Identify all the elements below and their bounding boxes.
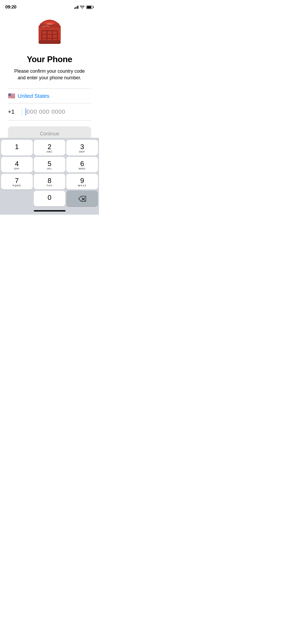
home-indicator (1, 208, 98, 214)
page-subtitle: Please confirm your country codeand ente… (14, 68, 85, 81)
country-name: United States (18, 93, 49, 99)
backspace-icon (78, 196, 86, 202)
phone-input-row: +1 000 000 0000 (8, 103, 91, 120)
signal-icon (74, 6, 79, 9)
phone-number-display[interactable]: 000 000 0000 (26, 108, 91, 115)
key-empty (1, 191, 33, 206)
phone-placeholder: 000 000 0000 (27, 108, 65, 115)
home-bar (34, 210, 65, 211)
numpad-grid: 1 2 ABC 3 DEF 4 GHI 5 JKL 6 MNO 7 (1, 140, 98, 206)
main-content: Your Phone Please confirm your country c… (0, 12, 99, 141)
key-0[interactable]: 0 (34, 191, 65, 206)
svg-point-2 (45, 22, 54, 25)
key-2[interactable]: 2 ABC (34, 140, 65, 156)
svg-rect-5 (48, 31, 52, 34)
svg-rect-13 (39, 40, 61, 44)
key-7[interactable]: 7 PQRS (1, 174, 33, 190)
svg-rect-4 (42, 31, 46, 34)
status-time: 09:20 (5, 4, 16, 10)
key-4[interactable]: 4 GHI (1, 157, 33, 173)
key-6[interactable]: 6 MNO (66, 157, 98, 173)
country-code: +1 (8, 108, 17, 115)
key-8[interactable]: 8 TUV (34, 174, 65, 190)
key-5[interactable]: 5 JKL (34, 157, 65, 173)
page-title: Your Phone (27, 54, 72, 64)
key-3[interactable]: 3 DEF (66, 140, 98, 156)
key-1[interactable]: 1 (1, 140, 33, 156)
bottom-divider (8, 120, 91, 121)
key-9[interactable]: 9 WXYZ (66, 174, 98, 190)
numpad: 1 2 ABC 3 DEF 4 GHI 5 JKL 6 MNO 7 (0, 138, 99, 215)
cursor-blink (26, 108, 26, 115)
svg-rect-7 (42, 35, 46, 38)
svg-rect-6 (53, 31, 57, 34)
country-flag: 🇺🇸 (8, 93, 15, 99)
status-icons (74, 6, 94, 9)
svg-rect-8 (48, 35, 52, 38)
svg-rect-9 (53, 35, 57, 38)
battery-icon (86, 6, 94, 9)
wifi-icon (80, 6, 84, 9)
phone-icon (34, 17, 65, 50)
key-delete[interactable] (66, 191, 98, 206)
country-selector[interactable]: 🇺🇸 United States (8, 89, 91, 103)
status-bar: 09:20 (0, 0, 99, 12)
vertical-divider (22, 108, 22, 116)
